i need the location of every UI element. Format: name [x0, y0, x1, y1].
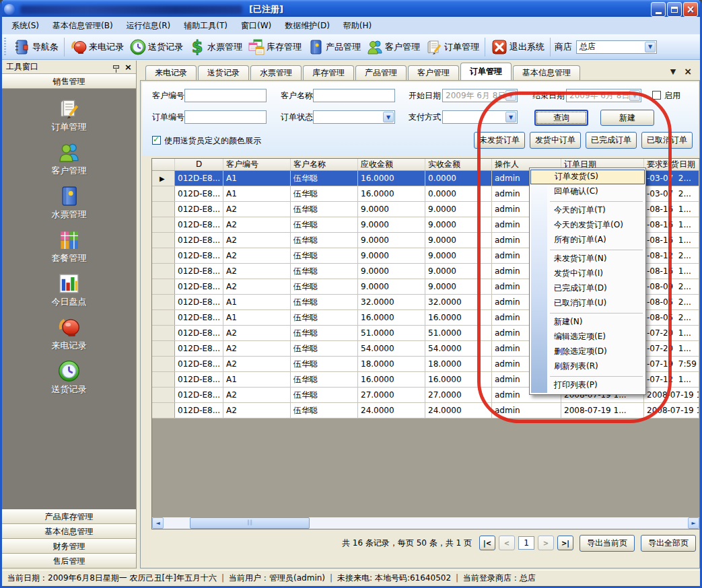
scroll-right-icon[interactable]: ►: [688, 517, 699, 529]
context-menu-item[interactable]: 已取消订单(U): [530, 296, 645, 311]
tab[interactable]: 来电记录: [145, 65, 197, 80]
menu-item[interactable]: 系统(S): [5, 18, 46, 34]
minimize-button[interactable]: [651, 2, 666, 17]
row-selector-cell[interactable]: [152, 388, 175, 402]
toolbar-button[interactable]: 产品管理: [304, 37, 363, 57]
sidebar-section[interactable]: 财务管理: [2, 539, 136, 554]
tab-scroll-down-icon[interactable]: ▼: [670, 67, 676, 76]
order-status-filter-button[interactable]: 未发货订单: [474, 132, 525, 149]
scrollbar-thumb[interactable]: [190, 517, 310, 529]
chevron-down-icon[interactable]: ▼: [645, 42, 656, 52]
shop-select[interactable]: 总店 ▼: [576, 40, 657, 54]
row-selector-cell[interactable]: [152, 217, 175, 232]
sidebar-item[interactable]: 客户管理: [52, 141, 87, 177]
toolbar-grip[interactable]: [4, 38, 9, 57]
column-header-receivable[interactable]: 应收金额: [358, 159, 425, 170]
end-date-picker[interactable]: 2009年 6月 8日 ▼: [566, 89, 641, 102]
query-button[interactable]: 查询: [534, 110, 588, 126]
context-menu-item[interactable]: 今天的发货订单(O): [530, 218, 645, 233]
prev-page-button[interactable]: <: [499, 536, 515, 550]
table-row[interactable]: 012D-E8... A2 伍华聪 24.0000 24.0000 admin …: [152, 403, 699, 418]
row-selector-cell[interactable]: [152, 264, 175, 279]
row-selector-cell[interactable]: [152, 202, 175, 217]
chevron-down-icon[interactable]: ▼: [505, 90, 516, 101]
tab[interactable]: 客户管理: [408, 65, 459, 80]
row-selector-cell[interactable]: [152, 186, 175, 201]
enable-checkbox[interactable]: [652, 91, 661, 100]
order-status-filter-button[interactable]: 已取消订单: [641, 132, 693, 149]
menu-item[interactable]: 运行信息(R): [120, 18, 178, 34]
sidebar-section-sales[interactable]: 销售管理: [2, 74, 136, 89]
menu-item[interactable]: 辅助工具(T): [177, 18, 234, 34]
context-menu-item[interactable]: 发货中订单(I): [530, 266, 645, 281]
tab-close-icon[interactable]: ×: [684, 66, 692, 77]
tab[interactable]: 水票管理: [250, 65, 302, 80]
toolbar-button[interactable]: 来电记录: [67, 37, 127, 57]
export-current-page-button[interactable]: 导出当前页: [580, 535, 635, 552]
new-button[interactable]: 新建: [600, 110, 654, 126]
order-status-filter-button[interactable]: 发货中订单: [530, 132, 581, 149]
maximize-button[interactable]: [667, 2, 682, 17]
row-selector-cell[interactable]: [152, 233, 175, 248]
context-menu-item[interactable]: 今天的订单(T): [530, 203, 645, 218]
toolbar-button-exit[interactable]: 退出系统: [488, 37, 547, 57]
row-selector-cell[interactable]: [152, 171, 175, 186]
export-all-pages-button[interactable]: 导出全部页: [641, 535, 696, 552]
menu-item[interactable]: 基本信息管理(B): [46, 18, 120, 34]
tab[interactable]: 基本信息管理: [513, 65, 580, 80]
context-menu-item[interactable]: 订单发货(S): [530, 170, 645, 184]
customer-name-input[interactable]: [313, 89, 395, 102]
column-header-customer-name[interactable]: 客户名称: [291, 159, 358, 170]
toolbar-button[interactable]: 库存管理: [245, 37, 304, 57]
row-selector-cell[interactable]: [152, 326, 175, 340]
context-menu-item[interactable]: 新建(N): [530, 315, 645, 330]
pin-icon[interactable]: [113, 65, 119, 69]
sidebar-item[interactable]: 送货记录: [52, 359, 87, 396]
context-menu-item[interactable]: 所有的订单(A): [530, 233, 645, 248]
row-selector-cell[interactable]: [152, 295, 175, 309]
toolbar-button[interactable]: 订单管理: [423, 37, 482, 57]
title-bar[interactable]: [已注册] ×: [0, 0, 702, 19]
sidebar-item[interactable]: 套餐管理: [52, 228, 87, 264]
column-header-received[interactable]: 实收金额: [425, 159, 492, 170]
next-page-button[interactable]: >: [538, 536, 554, 550]
sidebar-item[interactable]: 来电记录: [52, 316, 87, 352]
page-number-input[interactable]: 1: [518, 536, 534, 550]
row-selector-cell[interactable]: [152, 357, 175, 371]
tab[interactable]: 库存管理: [303, 65, 354, 80]
context-menu-item[interactable]: 编辑选定项(E): [530, 330, 645, 344]
row-selector-cell[interactable]: [152, 310, 175, 325]
tab[interactable]: 订单管理: [460, 63, 512, 80]
sidebar-item[interactable]: 水票管理: [52, 184, 87, 221]
menu-item[interactable]: 帮助(H): [337, 18, 378, 34]
tab[interactable]: 送货记录: [198, 65, 249, 80]
horizontal-scrollbar[interactable]: ◄ ►: [152, 517, 699, 529]
order-status-select[interactable]: ▼: [313, 110, 395, 124]
tab[interactable]: 产品管理: [355, 65, 407, 80]
menu-item[interactable]: 数据维护(D): [278, 18, 337, 34]
customer-no-input[interactable]: [184, 89, 267, 102]
toolbar-button[interactable]: 水票管理: [186, 37, 245, 57]
toolbar-button[interactable]: 客户管理: [363, 37, 423, 57]
sidebar-item[interactable]: 订单管理: [52, 97, 87, 133]
last-page-button[interactable]: >|: [557, 536, 573, 550]
context-menu-item[interactable]: 删除选定项(D): [530, 344, 645, 359]
pay-method-select[interactable]: ▼: [442, 110, 518, 124]
menu-item[interactable]: 窗口(W): [234, 18, 278, 34]
chevron-down-icon[interactable]: ▼: [629, 90, 640, 101]
context-menu-item[interactable]: 打印列表(P): [530, 378, 645, 393]
color-display-checkbox[interactable]: [152, 136, 161, 145]
sidebar-section[interactable]: 产品库存管理: [2, 509, 136, 524]
row-selector-cell[interactable]: [152, 248, 175, 263]
chevron-down-icon[interactable]: ▼: [505, 112, 516, 122]
row-selector-header[interactable]: [152, 159, 175, 170]
close-icon[interactable]: ×: [125, 64, 132, 71]
scroll-left-icon[interactable]: ◄: [152, 517, 164, 529]
row-selector-cell[interactable]: [152, 279, 175, 294]
toolbar-button-navigator[interactable]: 导航条: [11, 37, 61, 57]
context-menu-item[interactable]: 未发货订单(N): [530, 252, 645, 266]
first-page-button[interactable]: |<: [479, 536, 495, 550]
row-selector-cell[interactable]: [152, 372, 175, 387]
sidebar-item[interactable]: 今日盘点: [52, 272, 87, 308]
toolbar-button[interactable]: 送货记录: [127, 37, 186, 57]
